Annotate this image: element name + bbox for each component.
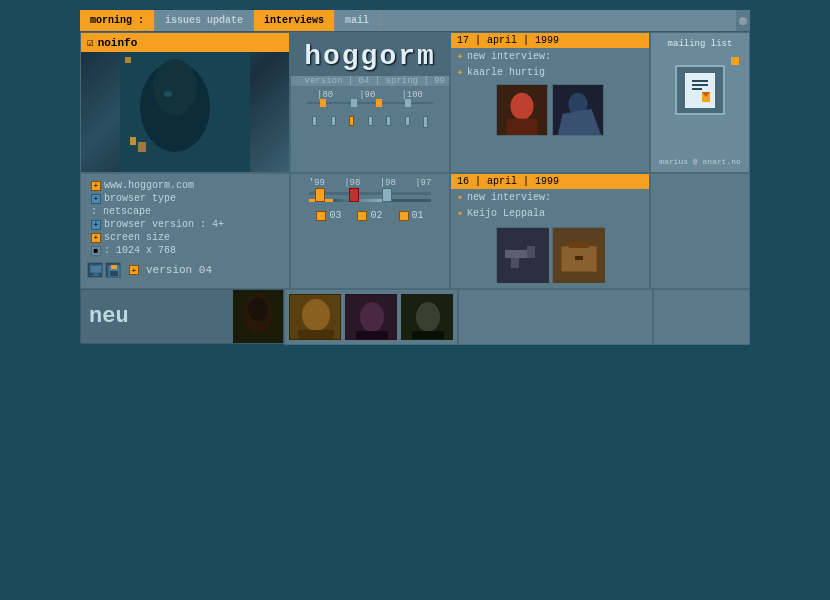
mailing-email: marius @ anart.no (659, 157, 741, 166)
browser-type-row: + browser type (87, 193, 283, 204)
face-placeholder (81, 52, 289, 172)
timeline-slider: '99 |98 |98 |97 03 02 (290, 173, 450, 289)
tl-markers-row (297, 112, 443, 132)
mailing-label: mailing list (668, 39, 733, 49)
svg-point-37 (302, 299, 330, 331)
btn-02-label: 02 (370, 210, 382, 221)
strip-svg-3 (402, 295, 453, 340)
url-expand[interactable]: + (91, 181, 101, 191)
strip-thumb-3[interactable] (401, 294, 453, 340)
browser-type-value-row: : netscape (87, 206, 283, 217)
strip-thumb-2[interactable] (345, 294, 397, 340)
interview-item-2[interactable]: ✦ kaarle hurtig (451, 64, 649, 80)
browser-type-value: : netscape (91, 206, 151, 217)
version-expand[interactable]: + (129, 265, 139, 275)
nav-morning[interactable]: morning : (80, 10, 155, 31)
svg-rect-7 (138, 142, 146, 152)
thumb-1[interactable] (496, 84, 548, 136)
thumb-gun-svg (497, 228, 549, 283)
nav-interviews[interactable]: interviews (254, 10, 335, 31)
thumb-4[interactable] (552, 227, 604, 282)
new-label: neu (81, 304, 129, 329)
version-text: version | 04 | spring | 99 (291, 76, 449, 86)
slider-track (309, 192, 431, 195)
slider-btn-01[interactable]: 01 (399, 210, 424, 221)
tl-marker-1 (320, 99, 326, 107)
screen-size-label: screen size (104, 232, 170, 243)
expand-icon-4: ✦ (457, 207, 463, 219)
row2: + www.hoggorm.com + browser type : netsc… (80, 173, 750, 289)
interview-images-2 (451, 221, 649, 288)
svg-rect-14 (692, 80, 708, 82)
strip-svg-1 (290, 295, 341, 340)
mail-svg (686, 74, 714, 106)
svg-rect-28 (511, 258, 519, 268)
tl-sq-2 (331, 116, 336, 126)
date-panel-2: 16 | april | 1999 ✦ new interview: ✦ Kei… (450, 173, 650, 289)
slider-btn-02[interactable]: 02 (357, 210, 382, 221)
browser-panel: + www.hoggorm.com + browser type : netsc… (80, 173, 290, 289)
hoggorm-title: hoggorm (301, 41, 439, 72)
expand-icon-3: ✦ (457, 191, 463, 203)
tl-marker-3 (376, 99, 382, 107)
nav-issues[interactable]: issues update (155, 10, 254, 31)
svg-rect-10 (507, 119, 538, 135)
mailing-panel: mailing list marius @ anart.no (650, 32, 750, 173)
date-header-1: 17 | april | 1999 (451, 33, 649, 48)
svg-rect-38 (298, 330, 334, 340)
svg-rect-15 (692, 84, 708, 86)
mailing-dot (731, 57, 739, 65)
date-1: 17 | april | 1999 (457, 35, 559, 46)
btn-01-label: 01 (412, 210, 424, 221)
tl-track (307, 102, 433, 104)
spacer-right-2 (650, 173, 750, 289)
strip-thumb-1[interactable] (289, 294, 341, 340)
center-panel: hoggorm version | 04 | spring | 99 |80 |… (290, 32, 450, 173)
interview-name-1: kaarle hurtig (467, 67, 545, 78)
mail-icon-box[interactable] (675, 65, 725, 115)
screen-size-val-icon: ■ (91, 246, 101, 256)
interview-item-4[interactable]: ✦ Keijo Leppala (451, 205, 649, 221)
slider-btn-03[interactable]: 03 (316, 210, 341, 221)
screen-size-expand[interactable]: + (91, 233, 101, 243)
svg-rect-4 (120, 52, 250, 172)
interview-item-3[interactable]: ✦ new interview: (451, 189, 649, 205)
nav-mail[interactable]: mail (335, 10, 380, 31)
thumb-2-img (553, 84, 603, 136)
version-num: version 04 (146, 264, 212, 276)
noinfo-checkbox: ☑ (87, 36, 94, 49)
tl-sq-7 (423, 116, 428, 128)
slider-color-bar (309, 199, 431, 202)
svg-rect-5 (125, 57, 131, 63)
tl-sq-4 (368, 116, 373, 126)
browser-type-expand[interactable]: + (91, 194, 101, 204)
svg-rect-31 (569, 242, 589, 248)
browser-version-label: browser version : 4+ (104, 219, 224, 230)
svg-point-9 (510, 93, 533, 120)
svg-rect-23 (111, 265, 117, 269)
slider-handle-1[interactable] (315, 188, 325, 202)
hoggorm-logo: hoggorm (291, 33, 449, 76)
top-nav: morning : issues update interviews mail (80, 10, 750, 32)
screen-size-value: : 1024 x 768 (104, 245, 176, 256)
mail-icon (685, 73, 715, 108)
url-row: + www.hoggorm.com (87, 180, 283, 191)
screen-size-row: + screen size (87, 232, 283, 243)
timeline-area: |80 |90 |100 (291, 86, 449, 172)
noinfo-header: ☑ noinfo (81, 33, 289, 52)
thumb-3[interactable] (496, 227, 548, 282)
date-panel-1: 17 | april | 1999 ✦ new interview: ✦ kaa… (450, 32, 650, 173)
screen-size-value-row: ■ : 1024 x 768 (87, 245, 283, 256)
new-face-image (233, 289, 283, 344)
svg-rect-44 (412, 331, 444, 340)
slider-handle-2[interactable] (349, 188, 359, 202)
slider-label-98b: |98 (380, 178, 396, 188)
expand-icon-2: ✦ (457, 66, 463, 78)
btn-03-label: 03 (329, 210, 341, 221)
svg-point-35 (248, 297, 268, 321)
thumb-2[interactable] (552, 84, 604, 136)
slider-handle-3[interactable] (382, 188, 392, 202)
interview-item-1[interactable]: ✦ new interview: (451, 48, 649, 64)
face-svg (120, 52, 250, 172)
browser-version-expand[interactable]: + (91, 220, 101, 230)
